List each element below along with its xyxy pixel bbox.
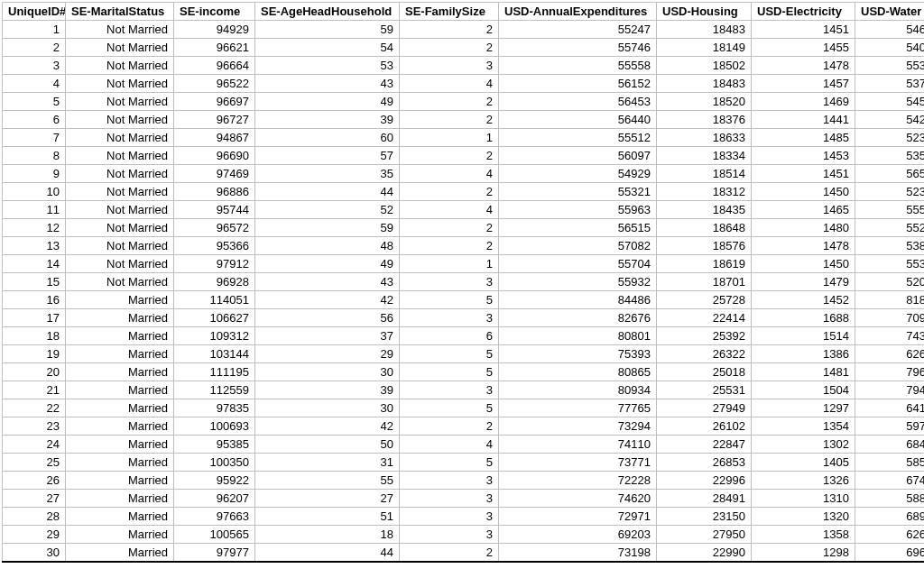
cell: 27949 — [657, 399, 752, 417]
cell: 69203 — [499, 526, 657, 544]
cell: 1358 — [752, 526, 855, 544]
cell: 28 — [3, 508, 66, 526]
cell: 51 — [255, 508, 400, 526]
cell: Married — [66, 327, 174, 345]
table-row: 7Not Married9486760155512186331485523 — [3, 129, 925, 147]
cell: Not Married — [66, 147, 174, 165]
cell: 1504 — [752, 381, 855, 399]
cell: 30 — [3, 544, 66, 563]
cell: 796 — [855, 363, 925, 381]
cell: 1298 — [752, 544, 855, 563]
cell: 60 — [255, 129, 400, 147]
cell: 588 — [855, 490, 925, 508]
cell: 537 — [855, 75, 925, 93]
cell: 96207 — [174, 490, 255, 508]
cell: 1514 — [752, 327, 855, 345]
cell: 11 — [3, 201, 66, 219]
cell: 4 — [400, 165, 499, 183]
cell: 25 — [3, 454, 66, 472]
cell: 5 — [400, 363, 499, 381]
cell: Married — [66, 436, 174, 454]
cell: Not Married — [66, 183, 174, 201]
cell: 18483 — [657, 75, 752, 93]
cell: 72971 — [499, 508, 657, 526]
cell: Not Married — [66, 129, 174, 147]
cell: Not Married — [66, 255, 174, 273]
cell: 96928 — [174, 273, 255, 291]
table-row: 20Married11119530580865250181481796 — [3, 363, 925, 381]
table-row: 29Married10056518369203279501358626 — [3, 526, 925, 544]
cell: 18633 — [657, 129, 752, 147]
cell: 18520 — [657, 93, 752, 111]
cell: 35 — [255, 165, 400, 183]
cell: Married — [66, 345, 174, 363]
cell: Not Married — [66, 273, 174, 291]
cell: 709 — [855, 309, 925, 327]
cell: 1453 — [752, 147, 855, 165]
cell: 818 — [855, 291, 925, 309]
cell: 546 — [855, 21, 925, 39]
cell: 1465 — [752, 201, 855, 219]
cell: 597 — [855, 417, 925, 436]
cell: 10 — [3, 183, 66, 201]
cell: 23150 — [657, 508, 752, 526]
cell: 94929 — [174, 21, 255, 39]
cell: 53 — [255, 57, 400, 75]
cell: 26853 — [657, 454, 752, 472]
cell: 2 — [400, 39, 499, 57]
cell: 25392 — [657, 327, 752, 345]
cell: 54929 — [499, 165, 657, 183]
cell: 96664 — [174, 57, 255, 75]
cell: 42 — [255, 417, 400, 436]
cell: 3 — [400, 490, 499, 508]
cell: 18648 — [657, 219, 752, 237]
cell: Married — [66, 472, 174, 490]
cell: 55704 — [499, 255, 657, 273]
cell: 520 — [855, 273, 925, 291]
cell: 3 — [400, 508, 499, 526]
cell: 44 — [255, 544, 400, 563]
cell: 696 — [855, 544, 925, 563]
cell: 3 — [3, 57, 66, 75]
cell: 100693 — [174, 417, 255, 436]
cell: 28491 — [657, 490, 752, 508]
cell: 94867 — [174, 129, 255, 147]
cell: 48 — [255, 237, 400, 255]
cell: 95385 — [174, 436, 255, 454]
cell: 14 — [3, 255, 66, 273]
cell: 2 — [400, 237, 499, 255]
cell: 689 — [855, 508, 925, 526]
cell: 56 — [255, 309, 400, 327]
cell: 96522 — [174, 75, 255, 93]
cell: 1297 — [752, 399, 855, 417]
cell: 18483 — [657, 21, 752, 39]
cell: 1450 — [752, 255, 855, 273]
cell: 5 — [400, 345, 499, 363]
cell: 2 — [400, 111, 499, 129]
cell: Not Married — [66, 93, 174, 111]
cell: 4 — [3, 75, 66, 93]
cell: 1451 — [752, 21, 855, 39]
cell: 13 — [3, 237, 66, 255]
cell: 55247 — [499, 21, 657, 39]
cell: 5 — [400, 291, 499, 309]
table-row: 16Married11405142584486257281452818 — [3, 291, 925, 309]
cell: 77765 — [499, 399, 657, 417]
cell: 1478 — [752, 237, 855, 255]
cell: 523 — [855, 129, 925, 147]
cell: 2 — [400, 219, 499, 237]
cell: 73771 — [499, 454, 657, 472]
cell: 22996 — [657, 472, 752, 490]
cell: 6 — [400, 327, 499, 345]
cell: 55932 — [499, 273, 657, 291]
cell: 109312 — [174, 327, 255, 345]
table-row: 30Married9797744273198229901298696 — [3, 544, 925, 563]
cell: 1 — [400, 129, 499, 147]
cell: 50 — [255, 436, 400, 454]
cell: 538 — [855, 237, 925, 255]
cell: Married — [66, 544, 174, 563]
col-header: SE-AgeHeadHousehold — [255, 3, 400, 21]
table-row: 4Not Married9652243456152184831457537 — [3, 75, 925, 93]
cell: 96621 — [174, 39, 255, 57]
cell: 18701 — [657, 273, 752, 291]
